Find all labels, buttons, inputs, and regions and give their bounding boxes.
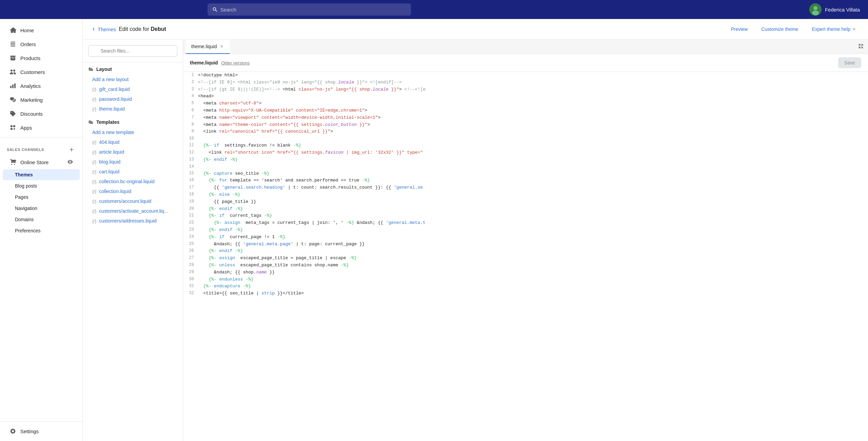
sidebar-item-apps[interactable]: Apps: [3, 121, 80, 134]
sidebar-item-marketing[interactable]: Marketing: [3, 93, 80, 107]
file-404[interactable]: {/} 404.liquid: [88, 137, 177, 147]
code-line-3: 3 <!--[if (gt IE 9)|(!(IE)]><!--> <html …: [183, 86, 868, 93]
breadcrumb-title: Edit code for Debut: [119, 26, 166, 32]
file-name: customers/addresses.liquid: [99, 218, 157, 224]
templates-section: Templates Add a new template {/} 404.liq…: [83, 115, 183, 227]
sidebar-item-pages[interactable]: Pages: [3, 192, 80, 203]
layout-title: Layout: [96, 66, 112, 72]
file-customers-addresses[interactable]: {/} customers/addresses.liquid: [88, 216, 177, 226]
settings-icon: [9, 428, 16, 435]
layout-section: Layout Add a new layout {/} gift_card.li…: [83, 62, 183, 115]
themes-label: Themes: [15, 172, 33, 177]
bottom-divider: [0, 421, 82, 422]
file-collection-bc[interactable]: {/} collection.bc-original.liquid: [88, 177, 177, 186]
file-cart[interactable]: {/} cart.liquid: [88, 167, 177, 176]
file-name: 404.liquid: [99, 139, 119, 145]
code-line-25: 25 &ndash; {{ 'general.meta.page' | t: p…: [183, 241, 868, 248]
marketing-icon: [9, 96, 16, 103]
code-line-32: 32 <title>{{ seo_title | strip }}</title…: [183, 290, 868, 297]
save-button[interactable]: Save: [838, 57, 861, 68]
file-search-input[interactable]: [88, 45, 177, 57]
file-name: collection.bc-original.liquid: [99, 179, 154, 184]
code-line-26: 26 {%- endif -%}: [183, 248, 868, 255]
file-customers-activate[interactable]: {/} customers/activate_account.liq...: [88, 206, 177, 216]
sidebar: Home Orders Products: [0, 19, 83, 441]
sidebar-item-products[interactable]: Products: [3, 51, 80, 65]
templates-title: Templates: [96, 119, 119, 125]
search-input[interactable]: [220, 7, 406, 13]
add-template-link[interactable]: Add a new template: [88, 128, 177, 137]
file-customers-account[interactable]: {/} customers/account.liquid: [88, 196, 177, 206]
sidebar-item-customers[interactable]: Customers: [3, 65, 80, 79]
code-line-27: 27 {%- assign escaped_page_title = page_…: [183, 255, 868, 262]
sidebar-item-domains[interactable]: Domains: [3, 214, 80, 225]
settings-label: Settings: [20, 428, 39, 434]
sidebar-item-marketing-label: Marketing: [20, 97, 43, 103]
eye-icon: [67, 159, 73, 166]
code-view[interactable]: 1 <!doctype html> 2 <!--[if IE 9]> <html…: [183, 72, 868, 441]
code-line-31: 31 {%- endcapture -%}: [183, 283, 868, 290]
products-icon: [9, 55, 16, 61]
discounts-icon: [9, 110, 16, 117]
orders-icon: [9, 41, 16, 47]
preview-button[interactable]: Preview: [728, 24, 751, 34]
sidebar-item-preferences[interactable]: Preferences: [3, 225, 80, 236]
online-store-label: Online Store: [20, 159, 48, 165]
sales-channels-label: SALES CHANNELS: [7, 148, 44, 152]
file-name: article.liquid: [99, 149, 124, 155]
file-gift-card[interactable]: {/} gift_card.liquid: [88, 84, 177, 94]
tab-label: theme.liquid: [191, 44, 217, 49]
sidebar-item-navigation[interactable]: Navigation: [3, 203, 80, 214]
sidebar-item-blog-posts[interactable]: Blog posts: [3, 180, 80, 191]
file-blog[interactable]: {/} blog.liquid: [88, 157, 177, 167]
file-theme-liquid[interactable]: {/} theme.liquid: [88, 104, 177, 114]
code-line-19: 19 {{ page_title }}: [183, 198, 868, 206]
layout-section-title: Layout: [88, 66, 177, 72]
sidebar-bottom: Settings: [0, 419, 82, 441]
file-icon: {/}: [92, 209, 96, 214]
code-line-28: 28 {%- unless escaped_page_title contain…: [183, 262, 868, 269]
file-collection[interactable]: {/} collection.liquid: [88, 187, 177, 196]
editor-tabs: theme.liquid ✕: [183, 40, 868, 54]
code-line-1: 1 <!doctype html>: [183, 72, 868, 79]
file-name: password.liquid: [99, 96, 132, 102]
sidebar-item-products-label: Products: [20, 55, 40, 61]
code-line-12: 12 <link rel="shortcut icon" href="{{ se…: [183, 149, 868, 156]
file-icon: {/}: [92, 87, 96, 92]
sidebar-item-online-store[interactable]: Online Store: [3, 155, 80, 169]
editor-layout: Layout Add a new layout {/} gift_card.li…: [83, 40, 868, 441]
code-line-20: 20 {%- endif -%}: [183, 206, 868, 213]
sidebar-item-analytics[interactable]: Analytics: [3, 79, 80, 93]
sidebar-item-discounts[interactable]: Discounts: [3, 107, 80, 120]
code-line-29: 29 &ndash; {{ shop.name }}: [183, 269, 868, 276]
divider: [0, 137, 82, 137]
code-line-11: 11 {%- if settings.favicon != blank -%}: [183, 142, 868, 149]
tab-close-button[interactable]: ✕: [219, 44, 224, 49]
folder-icon: [88, 66, 94, 72]
search-bar[interactable]: [208, 3, 411, 16]
expert-help-button[interactable]: Expert theme help: [808, 24, 860, 34]
add-sales-channel-button[interactable]: [67, 146, 76, 154]
sidebar-item-home[interactable]: Home: [3, 23, 80, 37]
chevron-down-icon: [852, 27, 856, 32]
pages-label: Pages: [15, 194, 28, 200]
file-password[interactable]: {/} password.liquid: [88, 94, 177, 104]
breadcrumb-back-button[interactable]: Themes: [91, 26, 116, 32]
file-name: customers/account.liquid: [99, 198, 151, 204]
code-line-6: 6 <meta http-equiv="X-UA-Compatible" con…: [183, 107, 868, 114]
file-name: theme.liquid: [99, 106, 125, 112]
expand-editor-button[interactable]: [856, 42, 865, 52]
svg-point-2: [812, 11, 819, 15]
file-icon: {/}: [92, 169, 96, 174]
sidebar-item-settings[interactable]: Settings: [3, 424, 80, 438]
file-name: blog.liquid: [99, 159, 120, 165]
file-article[interactable]: {/} article.liquid: [88, 147, 177, 157]
older-versions-link[interactable]: Older versions: [221, 60, 250, 65]
customize-theme-button[interactable]: Customize theme: [758, 24, 802, 34]
add-layout-link[interactable]: Add a new layout: [88, 75, 177, 84]
navigation-label: Navigation: [15, 206, 37, 211]
sidebar-item-orders-label: Orders: [20, 41, 36, 47]
tab-theme-liquid[interactable]: theme.liquid ✕: [186, 40, 230, 54]
sidebar-item-themes[interactable]: Themes: [3, 169, 80, 180]
sidebar-item-orders[interactable]: Orders: [3, 37, 80, 51]
